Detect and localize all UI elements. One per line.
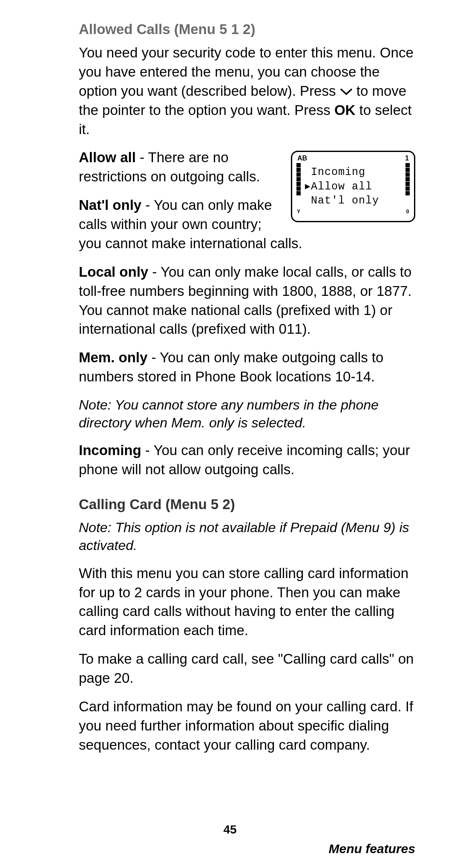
calling-card-p2: To make a calling card call, see "Callin… xyxy=(79,650,415,688)
lcd-topbar-right: 1 xyxy=(405,155,409,162)
lcd-menu-lines: Incoming ▸Allow all Nat'l only xyxy=(302,163,405,214)
mem-only-label: Mem. only xyxy=(79,349,147,365)
natl-only-label: Nat'l only xyxy=(79,197,141,213)
lcd-signal-letter: Y xyxy=(297,209,300,214)
lcd-screenshot: AB 1 Y Incoming ▸Allow all Nat'l only 0 xyxy=(291,151,415,222)
lcd-topbar: AB 1 xyxy=(296,155,411,163)
lcd-ab-indicator: AB xyxy=(297,155,307,162)
ok-key-label: OK xyxy=(334,102,356,118)
incoming-paragraph: Incoming - You can only receive incoming… xyxy=(79,441,415,479)
section-heading-calling-card: Calling Card (Menu 5 2) xyxy=(79,496,415,513)
lcd-line-3: Nat'l only xyxy=(311,195,379,207)
down-arrow-icon xyxy=(340,88,353,96)
calling-card-p3: Card information may be found on your ca… xyxy=(79,697,415,755)
lcd-line-1: Incoming xyxy=(311,166,365,178)
calling-card-p1: With this menu you can store calling car… xyxy=(79,564,415,641)
note-mem-only: Note: You cannot store any numbers in th… xyxy=(79,396,415,432)
allow-all-label: Allow all xyxy=(79,149,136,165)
lcd-signal-meter: Y xyxy=(296,163,302,214)
local-only-label: Local only xyxy=(79,264,148,280)
mem-only-paragraph: Mem. only - You can only make outgoing c… xyxy=(79,348,415,387)
page-number: 45 xyxy=(0,823,460,836)
lcd-frame: AB 1 Y Incoming ▸Allow all Nat'l only 0 xyxy=(291,151,415,222)
lcd-line-2: Allow all xyxy=(311,180,372,193)
lcd-battery-letter: 0 xyxy=(406,209,409,214)
lcd-battery-meter: 0 xyxy=(405,163,411,214)
footer-section-label: Menu features xyxy=(329,842,415,856)
local-only-paragraph: Local only - You can only make local cal… xyxy=(79,263,415,339)
intro-paragraph: You need your security code to enter thi… xyxy=(79,43,415,139)
note-prepaid: Note: This option is not available if Pr… xyxy=(79,519,415,554)
incoming-label: Incoming xyxy=(79,442,141,458)
section-heading-allowed-calls: Allowed Calls (Menu 5 1 2) xyxy=(79,21,415,37)
